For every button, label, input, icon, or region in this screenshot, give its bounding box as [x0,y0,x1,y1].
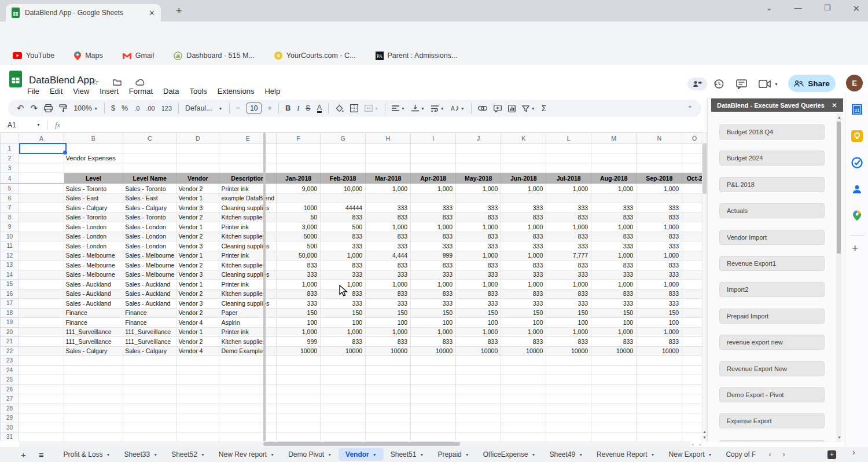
cell-C14[interactable]: Sales - Melbourne [123,270,176,280]
cell-I29[interactable] [411,413,456,423]
cell-M13[interactable]: 833 [591,261,637,270]
cell-D2[interactable] [176,153,219,163]
cell-A29[interactable] [19,413,64,423]
cell-D13[interactable]: Vendor 2 [176,261,219,270]
insert-chart-icon[interactable] [508,105,516,112]
cell-J10[interactable]: 833 [456,232,501,241]
cell-H4[interactable]: Mar-2018 [366,173,411,184]
cell-K17[interactable]: 333 [501,299,546,309]
cell-F28[interactable] [277,404,321,413]
cell-N3[interactable] [637,163,682,173]
cell-G12[interactable]: 1,000 [321,251,366,261]
cell-I4[interactable]: Apr-2018 [411,173,456,184]
cell-N8[interactable]: 833 [637,212,682,222]
sheet-tab-sheet33[interactable]: Sheet33▼ [117,447,165,462]
cell-J29[interactable] [456,413,501,423]
cell-C9[interactable]: Sales - London [123,222,176,232]
cell-C11[interactable]: Sales - London [123,241,176,251]
cell-C7[interactable]: Sales - Calgary [123,203,176,213]
cell-D6[interactable]: Vendor 1 [176,193,219,203]
cell-A23[interactable] [19,356,64,366]
cell-D18[interactable]: Vendor 2 [176,308,219,318]
cell-J4[interactable]: May-2018 [456,173,501,184]
cell-M30[interactable] [591,423,637,432]
cell-G19[interactable]: 100 [321,318,366,328]
cell-B30[interactable] [64,423,123,432]
cell-B26[interactable] [64,384,123,394]
sheet-tab-copy-of-f[interactable]: Copy of F [719,447,763,462]
cell-H3[interactable] [366,163,411,173]
cell-M29[interactable] [591,413,637,423]
cell-K26[interactable] [501,384,546,394]
cell-N9[interactable]: 1,000 [637,222,682,232]
col-header-C[interactable]: C [123,133,176,144]
cell-D1[interactable] [176,144,219,153]
cell-F22[interactable]: 10000 [277,346,321,356]
cell-D23[interactable] [176,356,219,366]
row-header-24[interactable]: 24 [1,365,19,375]
cell-C18[interactable]: Finance [123,308,176,318]
cell-B29[interactable] [64,413,123,423]
cell-G18[interactable]: 150 [321,308,366,318]
cell-N6[interactable] [637,193,682,203]
cell-C6[interactable]: Sales - East [123,193,176,203]
selection-fill-handle[interactable] [63,151,67,155]
cell-A30[interactable] [19,423,64,432]
row-header-15[interactable]: 15 [1,280,19,289]
cell-E23[interactable] [219,356,277,366]
cell-H16[interactable]: 833 [366,289,411,299]
cell-K1[interactable] [501,144,546,153]
cell-N23[interactable] [637,356,682,366]
cell-K3[interactable] [501,163,546,173]
insert-link-icon[interactable] [478,106,487,111]
panel-close-icon[interactable]: ✕ [832,101,837,109]
cell-F26[interactable] [277,384,321,394]
cell-H18[interactable]: 150 [366,308,411,318]
cell-B28[interactable] [64,404,123,413]
cell-A7[interactable] [19,203,64,213]
cell-D21[interactable]: Vendor 2 [176,337,219,347]
spreadsheet-grid[interactable]: ABCDEFGHIJKLMNO12Vendor Expenses34LevelL… [0,133,707,441]
cell-G13[interactable]: 833 [321,261,366,270]
sheet-tab-dropdown-icon[interactable]: ▼ [532,453,536,457]
sheet-tab-dropdown-icon[interactable]: ▼ [270,453,274,457]
cell-F2[interactable] [277,153,321,163]
cell-G6[interactable] [321,193,366,203]
paint-format-icon[interactable] [59,104,67,112]
cell-G30[interactable] [321,423,366,432]
cell-M1[interactable] [591,144,637,153]
cell-N30[interactable] [637,423,682,432]
cell-I24[interactable] [411,365,456,375]
cell-K28[interactable] [501,404,546,413]
cell-H17[interactable]: 333 [366,299,411,309]
cell-J28[interactable] [456,404,501,413]
cell-B21[interactable]: 111_Surveillance [64,337,123,347]
cell-F30[interactable] [277,423,321,432]
bookmark-maps[interactable]: Maps [74,52,103,60]
cell-N15[interactable]: 1,000 [637,280,682,289]
name-box-dropdown-icon[interactable]: ▼ [36,123,41,127]
query-button-vendor-import[interactable]: Vendor Import [719,230,825,245]
cell-E29[interactable] [219,413,277,423]
cell-F8[interactable]: 50 [277,212,321,222]
row-header-13[interactable]: 13 [1,261,19,270]
sheet-tab-sheet51[interactable]: Sheet51▼ [384,447,431,462]
cell-H2[interactable] [366,153,411,163]
cloud-status-icon[interactable] [135,79,145,86]
cell-I5[interactable]: 1,000 [411,184,456,194]
cell-G17[interactable]: 333 [321,299,366,309]
cell-A11[interactable] [19,241,64,251]
frozen-row-divider[interactable] [0,183,702,184]
cell-N18[interactable]: 150 [637,308,682,318]
cell-A3[interactable] [19,163,64,173]
cell-L14[interactable]: 333 [546,270,591,280]
row-header-12[interactable]: 12 [1,251,19,261]
cell-N11[interactable]: 333 [637,241,682,251]
row-header-11[interactable]: 11 [1,241,19,251]
undo-icon[interactable]: ↶ [17,103,24,113]
cell-F24[interactable] [277,365,321,375]
sheet-tab-new-export[interactable]: New Export▼ [661,447,719,462]
cell-J24[interactable] [456,365,501,375]
tab-close-icon[interactable]: ✕ [149,9,155,17]
cell-E27[interactable] [219,394,277,404]
